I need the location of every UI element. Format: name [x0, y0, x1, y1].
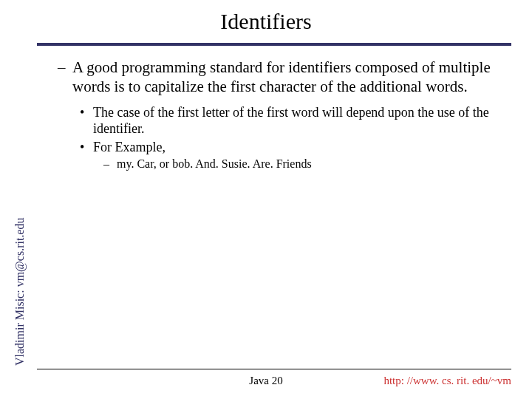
bullet-main: A good programming standard for identifi…	[58, 58, 502, 97]
author-sidebar: Vladimir Misic: vm@cs.rit.edu	[13, 218, 27, 366]
bullet-sub-1: The case of the first letter of the firs…	[80, 104, 502, 137]
bullet-example: my. Car, or bob. And. Susie. Are. Friend…	[103, 157, 502, 172]
slide: Identifiers A good programming standard …	[0, 0, 532, 399]
page-title: Identifiers	[0, 0, 532, 34]
footer-divider	[37, 369, 511, 369]
footer-url: http: //www. cs. rit. edu/~vm	[383, 375, 511, 387]
content-area: A good programming standard for identifi…	[58, 58, 502, 172]
title-divider	[37, 43, 511, 46]
bullet-sub-2: For Example,	[80, 139, 502, 156]
